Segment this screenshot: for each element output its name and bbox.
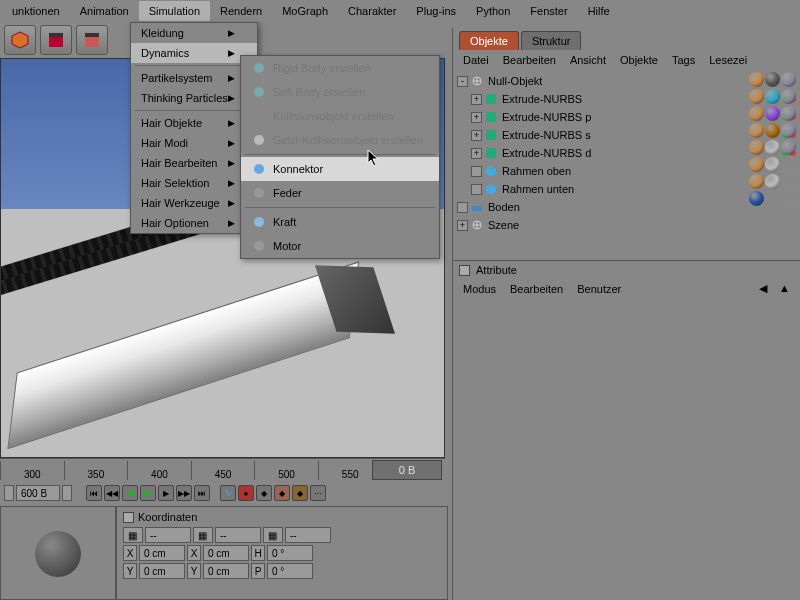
play-button[interactable]: ▶ [140, 485, 156, 501]
obj-menu-datei[interactable]: Datei [463, 54, 489, 66]
tree-row[interactable]: -Null-Objekt [457, 72, 796, 90]
tree-row[interactable]: Rahmen unten [457, 180, 796, 198]
tag-sphere[interactable] [765, 157, 780, 172]
tag-sphere[interactable] [765, 106, 780, 121]
menuitem-hair-modi[interactable]: Hair Modi▶ [131, 133, 257, 153]
tree-row[interactable]: Boden [457, 198, 796, 216]
tag-sphere[interactable] [781, 140, 796, 155]
tag-sphere[interactable] [749, 174, 764, 189]
expand-icon[interactable]: + [471, 94, 482, 105]
coord-grid-icon[interactable]: ▦ [193, 527, 213, 543]
coord-x2[interactable]: 0 cm [203, 545, 249, 561]
tag-sphere[interactable] [749, 157, 764, 172]
tree-row[interactable]: +Extrude-NURBS s [457, 126, 796, 144]
key-opts-button[interactable]: ⋯ [310, 485, 326, 501]
prev-key-button[interactable]: ◀◀ [104, 485, 120, 501]
menuitem-thinking-particles[interactable]: Thinking Particles▶ [131, 88, 257, 108]
obj-menu-bearbeiten[interactable]: Bearbeiten [503, 54, 556, 66]
clapper-2-tool[interactable] [76, 25, 108, 55]
obj-menu-lesezei[interactable]: Lesezei [709, 54, 747, 66]
attr-menu-bearbeiten[interactable]: Bearbeiten [510, 283, 563, 295]
frame-prev-field[interactable] [4, 485, 14, 501]
menuitem-hair-selektion[interactable]: Hair Selektion▶ [131, 173, 257, 193]
object-tree[interactable]: -Null-Objekt+Extrude-NURBS+Extrude-NURBS… [453, 70, 800, 260]
menu-rendern[interactable]: Rendern [210, 1, 272, 21]
material-preview-sphere[interactable] [35, 531, 81, 577]
attr-menu-modus[interactable]: Modus [463, 283, 496, 295]
frame-field[interactable]: 600 B [16, 485, 60, 501]
autokey-button[interactable]: ◆ [256, 485, 272, 501]
tag-sphere[interactable] [765, 72, 780, 87]
attr-up-icon[interactable]: ▲ [779, 282, 790, 295]
coord-grid-icon[interactable]: ▦ [263, 527, 283, 543]
tab-objects[interactable]: Objekte [459, 31, 519, 50]
menuitem-dynamics[interactable]: Dynamics▶ [131, 43, 257, 63]
menu-mograph[interactable]: MoGraph [272, 1, 338, 21]
tree-row[interactable]: +Szene [457, 216, 796, 234]
expand-icon[interactable] [471, 184, 482, 195]
menuitem-konnektor[interactable]: Konnektor [241, 157, 439, 181]
goto-end-button[interactable]: ⏭ [194, 485, 210, 501]
menuitem-motor[interactable]: Motor [241, 234, 439, 258]
coord-h[interactable]: 0 ° [267, 545, 313, 561]
menuitem-kraft[interactable]: Kraft [241, 210, 439, 234]
obj-menu-objekte[interactable]: Objekte [620, 54, 658, 66]
goto-start-button[interactable]: ⏮ [86, 485, 102, 501]
tab-structure[interactable]: Struktur [521, 31, 582, 50]
obj-menu-ansicht[interactable]: Ansicht [570, 54, 606, 66]
tag-sphere[interactable] [781, 106, 796, 121]
tag-sphere[interactable] [765, 174, 780, 189]
menuitem-hair-werkzeuge[interactable]: Hair Werkzeuge▶ [131, 193, 257, 213]
tag-sphere[interactable] [781, 89, 796, 104]
expand-icon[interactable]: + [471, 130, 482, 141]
coord-y1[interactable]: 0 cm [139, 563, 185, 579]
attr-prev-icon[interactable]: ◀ [759, 282, 767, 295]
tag-sphere[interactable] [765, 89, 780, 104]
menu-plug-ins[interactable]: Plug-ins [406, 1, 466, 21]
coord-p[interactable]: 0 ° [267, 563, 313, 579]
expand-icon[interactable] [471, 166, 482, 177]
menu-simulation[interactable]: Simulation [139, 1, 210, 21]
cube-tool[interactable] [4, 25, 36, 55]
menu-charakter[interactable]: Charakter [338, 1, 406, 21]
next-frame-button[interactable]: ▶ [158, 485, 174, 501]
expand-icon[interactable]: + [471, 112, 482, 123]
attr-menu-benutzer[interactable]: Benutzer [577, 283, 621, 295]
next-key-button[interactable]: ▶▶ [176, 485, 192, 501]
tag-sphere[interactable] [749, 72, 764, 87]
menuitem-kleidung[interactable]: Kleidung▶ [131, 23, 257, 43]
prev-frame-button[interactable]: ◀ [122, 485, 138, 501]
key-button[interactable]: ◆ [274, 485, 290, 501]
tag-sphere[interactable] [749, 89, 764, 104]
frame-next-field[interactable] [62, 485, 72, 501]
menuitem-hair-bearbeiten[interactable]: Hair Bearbeiten▶ [131, 153, 257, 173]
expand-icon[interactable] [457, 202, 468, 213]
loop-button[interactable]: ↻ [220, 485, 236, 501]
record-button[interactable]: ● [238, 485, 254, 501]
menuitem-hair-objekte[interactable]: Hair Objekte▶ [131, 113, 257, 133]
tag-sphere[interactable] [749, 106, 764, 121]
tag-sphere[interactable] [765, 140, 780, 155]
coord-y2[interactable]: 0 cm [203, 563, 249, 579]
key-pos-button[interactable]: ◆ [292, 485, 308, 501]
tag-sphere[interactable] [749, 140, 764, 155]
expand-icon[interactable]: + [457, 220, 468, 231]
menu-hilfe[interactable]: Hilfe [578, 1, 620, 21]
tag-sphere[interactable] [749, 191, 764, 206]
menu-fenster[interactable]: Fenster [520, 1, 577, 21]
menuitem-hair-optionen[interactable]: Hair Optionen▶ [131, 213, 257, 233]
expand-icon[interactable]: - [457, 76, 468, 87]
coord-grid-icon[interactable]: ▦ [123, 527, 143, 543]
obj-menu-tags[interactable]: Tags [672, 54, 695, 66]
menuitem-partikelsystem[interactable]: Partikelsystem▶ [131, 68, 257, 88]
tree-row[interactable]: +Extrude-NURBS d [457, 144, 796, 162]
coord-x1[interactable]: 0 cm [139, 545, 185, 561]
menu-animation[interactable]: Animation [70, 1, 139, 21]
menuitem-feder[interactable]: Feder [241, 181, 439, 205]
coords-check[interactable] [123, 512, 134, 523]
tag-sphere[interactable] [749, 123, 764, 138]
attribute-header[interactable]: Attribute [453, 260, 800, 279]
tree-row[interactable]: +Extrude-NURBS p [457, 108, 796, 126]
tag-sphere[interactable] [765, 123, 780, 138]
tree-row[interactable]: Rahmen oben [457, 162, 796, 180]
